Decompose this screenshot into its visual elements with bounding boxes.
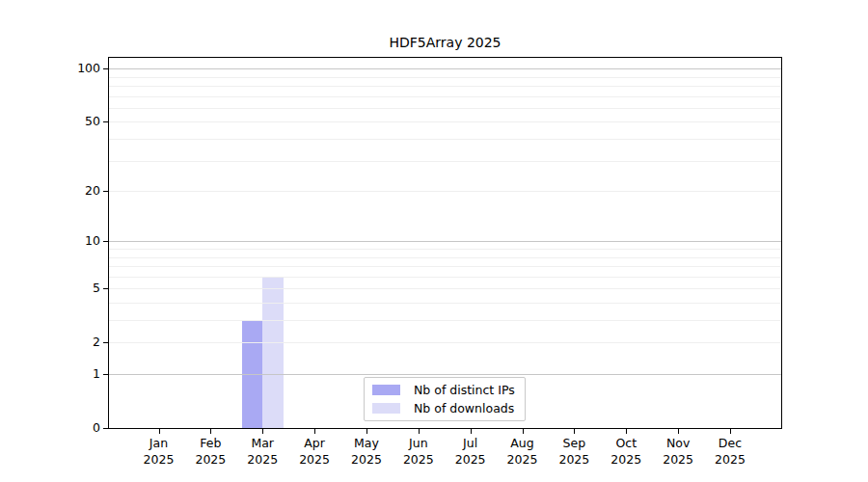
x-tick-mark (366, 428, 367, 434)
gridline-minor (109, 77, 781, 78)
y-tick-label: 5 (10, 281, 100, 296)
gridline-minor (109, 121, 781, 122)
gridline-minor (109, 139, 781, 140)
x-tick-mark (262, 428, 263, 434)
legend-swatch-downloads-icon (372, 403, 400, 414)
chart-title: HDF5Array 2025 (109, 35, 781, 50)
y-tick-mark (103, 121, 109, 122)
gridline-minor (109, 86, 781, 87)
y-tick-mark (103, 68, 109, 69)
gridline-minor (109, 342, 781, 343)
bar-downloads-mar (262, 277, 284, 428)
legend-swatch-distinct-ips-icon (372, 385, 400, 395)
plot-area (108, 57, 782, 429)
gridline-minor (109, 320, 781, 321)
y-tick-mark (103, 342, 109, 343)
gridline-minor (109, 108, 781, 109)
gridline-minor (109, 249, 781, 250)
gridline-minor (109, 303, 781, 304)
y-tick-mark (103, 374, 109, 375)
download-stats-figure: HDF5Array 2025 0125102050100Jan2025Feb20… (0, 0, 868, 482)
x-tick-mark (626, 428, 627, 434)
x-tick-label-dec: Dec2025 (699, 435, 761, 468)
y-tick-label: 100 (10, 61, 100, 76)
legend-label-downloads: Nb of downloads (414, 401, 514, 415)
y-tick-label: 20 (10, 183, 100, 199)
y-tick-mark (103, 288, 109, 289)
y-tick-mark (103, 241, 109, 242)
y-tick-label: 0 (10, 420, 100, 436)
x-tick-mark (678, 428, 679, 434)
y-tick-label: 2 (10, 335, 100, 350)
x-tick-mark (314, 428, 315, 434)
y-tick-label: 1 (10, 366, 100, 382)
gridline-minor (109, 266, 781, 267)
gridline-minor (109, 96, 781, 97)
x-tick-mark (471, 428, 472, 434)
x-tick-mark (210, 428, 211, 434)
legend-item-downloads: Nb of downloads (372, 401, 525, 415)
x-tick-mark (159, 428, 160, 434)
x-tick-mark (419, 428, 420, 434)
legend: Nb of distinct IPs Nb of downloads (364, 377, 526, 421)
y-tick-label: 10 (10, 233, 100, 249)
y-tick-label: 50 (10, 114, 100, 129)
x-tick-mark (730, 428, 731, 434)
gridline-minor (109, 257, 781, 258)
gridline-minor (109, 288, 781, 289)
gridline-major (109, 68, 781, 69)
legend-label-distinct-ips: Nb of distinct IPs (414, 383, 515, 397)
x-tick-mark (574, 428, 575, 434)
y-tick-mark (103, 191, 109, 192)
y-tick-mark (103, 428, 109, 429)
gridline-minor (109, 161, 781, 162)
gridline-major (109, 241, 781, 242)
gridline-major (109, 374, 781, 375)
legend-item-distinct-ips: Nb of distinct IPs (372, 383, 525, 397)
gridline-minor (109, 191, 781, 192)
gridline-minor (109, 277, 781, 278)
x-tick-mark (523, 428, 524, 434)
